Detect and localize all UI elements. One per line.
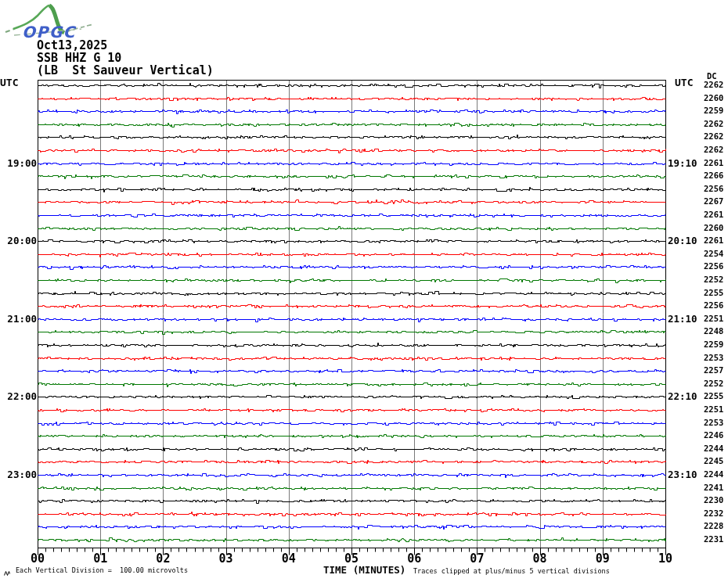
x-tick-label: 10	[658, 552, 672, 565]
hour-label-left: 23:00	[7, 469, 37, 480]
utc-label-left: UTC	[0, 77, 18, 88]
location-label: (LB St Sauveur Vertical)	[37, 64, 214, 77]
x-tick-label: 00	[31, 552, 45, 565]
dc-value: 2228	[704, 522, 723, 530]
dc-value: 2255	[704, 289, 723, 297]
time-axis-label: TIME (MINUTES)	[323, 564, 405, 576]
dc-value: 2232	[704, 509, 723, 518]
dc-value: 2231	[704, 535, 723, 544]
hour-label-left: 19:00	[7, 157, 37, 169]
hour-label-right: 23:10	[668, 469, 697, 480]
hour-label-left: 21:00	[7, 313, 37, 325]
hour-label-right: 22:10	[668, 390, 697, 402]
dc-value: 2256	[704, 185, 723, 193]
dc-value: 2257	[704, 366, 723, 375]
utc-label-right: UTC	[675, 77, 693, 88]
x-tick-label: 05	[344, 552, 359, 565]
dc-value: 2256	[704, 262, 723, 271]
dc-value: 2254	[704, 250, 723, 258]
hour-label-left: 20:00	[7, 235, 37, 246]
dc-value: 2262	[704, 81, 723, 89]
logo-dash-left	[5, 29, 14, 32]
x-tick-label: 09	[596, 552, 610, 565]
dc-value: 2230	[704, 496, 723, 505]
dc-value: 2251	[704, 314, 723, 323]
date-label: Oct13,2025	[37, 39, 107, 52]
dc-value: 2246	[704, 431, 723, 440]
x-tick-label: 06	[407, 552, 421, 565]
hour-label-right: 20:10	[668, 235, 697, 246]
dc-value: 2260	[704, 94, 723, 102]
dc-value: 2259	[704, 340, 723, 349]
dc-value: 2266	[704, 171, 723, 180]
hour-label-right: 19:10	[668, 157, 697, 169]
dc-value: 2253	[704, 419, 723, 427]
dc-value: 2255	[704, 392, 723, 401]
dc-value: 2252	[704, 275, 723, 284]
scale-note: Each Vertical Division = 100.00 microvol…	[16, 566, 188, 574]
dc-value: 2261	[704, 159, 723, 167]
dc-value: 2256	[704, 301, 723, 310]
station-label: SSB HHZ G 10	[37, 52, 121, 64]
dc-value: 2267	[704, 197, 723, 206]
dc-value: 2261	[704, 236, 723, 245]
x-tick-label: 01	[93, 552, 107, 565]
hour-label-right: 21:10	[668, 313, 697, 325]
dc-value: 2260	[704, 224, 723, 232]
dc-value: 2245	[704, 457, 723, 465]
dc-value: 2251	[704, 405, 723, 414]
clip-note: Traces clipped at plus/minus 5 vertical …	[413, 567, 610, 575]
dc-value: 2248	[704, 327, 723, 336]
dc-value: 2253	[704, 354, 723, 362]
x-tick-label: 07	[470, 552, 484, 565]
x-tick-label: 02	[156, 552, 170, 565]
helicorder-plot	[0, 0, 728, 582]
x-tick-label: 04	[282, 552, 296, 565]
dc-value: 2244	[704, 444, 723, 453]
hour-label-left: 22:00	[7, 390, 37, 402]
x-tick-label: 08	[533, 552, 547, 565]
dc-value: 2252	[704, 379, 723, 388]
dc-value: 2262	[704, 120, 723, 128]
dc-value: 2259	[704, 106, 723, 115]
dc-value: 2262	[704, 146, 723, 154]
dc-value: 2261	[704, 210, 723, 219]
dc-value: 2262	[704, 132, 723, 141]
dc-value: 2244	[704, 470, 723, 479]
x-tick-label: 03	[219, 552, 233, 565]
opgc-logo: OPGC	[3, 2, 96, 41]
dc-value: 2241	[704, 483, 723, 492]
